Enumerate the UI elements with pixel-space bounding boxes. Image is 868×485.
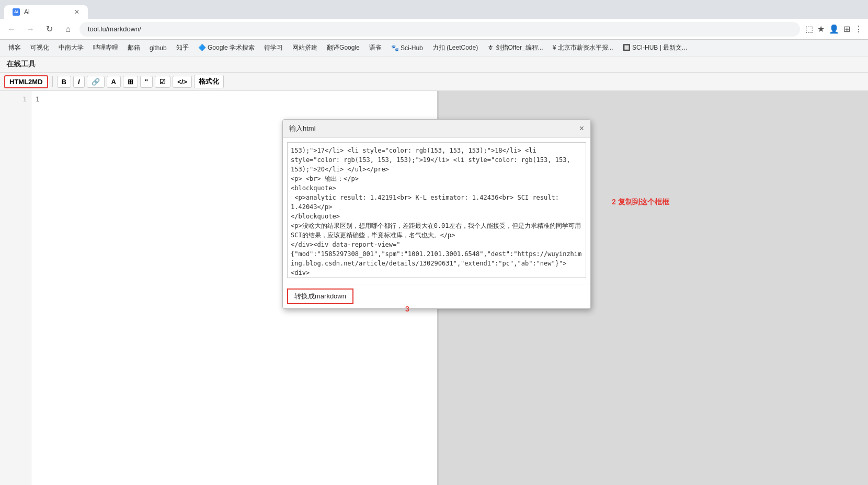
bookmark-google-scholar[interactable]: 🔷 Google 学术搜索	[194, 42, 259, 53]
bookmark-网站搭建[interactable]: 网站搭建	[288, 42, 322, 53]
refresh-button[interactable]: ↻	[42, 22, 56, 37]
modal-dialog: 输入html × 153);">17</li> <li style="color…	[282, 119, 591, 309]
bookmark-语雀[interactable]: 语雀	[365, 42, 386, 53]
bookmark-翻译google[interactable]: 翻译Google	[323, 42, 364, 53]
html-input-textarea[interactable]: 153);">17</li> <li style="color: rgb(153…	[287, 142, 586, 278]
bookmark-待学习[interactable]: 待学习	[260, 42, 287, 53]
bookmark-博客[interactable]: 博客	[4, 42, 25, 53]
tab-label: Ai	[24, 8, 30, 16]
bookmarks-bar: 博客 可视化 中南大学 哔哩哔哩 邮箱 github 知乎 🔷 Google 学…	[0, 40, 868, 56]
convert-markdown-button[interactable]: 转换成markdown	[287, 288, 353, 304]
annotation-step3: 3	[405, 305, 409, 313]
bookmark-邮箱[interactable]: 邮箱	[123, 42, 144, 53]
modal-close-button[interactable]: ×	[579, 124, 584, 133]
address-actions: ⬚ ★ 👤 ⊞ ⋮	[804, 23, 864, 35]
modal-footer: 转换成markdown	[283, 284, 590, 308]
page-area: 在线工具 HTML2MD B I 🔗 A ⊞ " ☑ </> 格式化 1 1	[0, 56, 868, 485]
tab-close-btn[interactable]: ✕	[74, 8, 79, 16]
browser-window: Ai Ai ✕ ← → ↻ ⌂ ⬚ ★ 👤 ⊞ ⋮ 博客 可视化 中南大学 哔哩…	[0, 0, 868, 485]
convert-output-input[interactable]	[358, 293, 586, 301]
forward-button[interactable]: →	[23, 22, 38, 37]
menu-icon[interactable]: ⋮	[853, 23, 864, 35]
annotation-step2: 2 复制到这个框框	[612, 198, 669, 207]
bookmark-中南大学[interactable]: 中南大学	[54, 42, 88, 53]
bookmark-salary[interactable]: ¥ 北京市薪资水平报...	[549, 42, 618, 53]
address-bar: ← → ↻ ⌂ ⬚ ★ 👤 ⊞ ⋮	[0, 19, 868, 40]
bookmark-leetcode[interactable]: 力扣 (LeetCode)	[428, 42, 482, 53]
bookmark-jianzhioffer[interactable]: 🗡 剑指Offer_编程...	[483, 42, 547, 53]
bookmark-可视化[interactable]: 可视化	[26, 42, 53, 53]
back-button[interactable]: ←	[4, 22, 19, 37]
tab-favicon: Ai	[13, 8, 20, 16]
extension-icon[interactable]: ⊞	[842, 23, 851, 35]
modal-body: 153);">17</li> <li style="color: rgb(153…	[283, 138, 590, 284]
modal-header: 输入html ×	[283, 120, 590, 138]
active-tab[interactable]: Ai Ai ✕	[4, 5, 88, 19]
bookmark-知乎[interactable]: 知乎	[172, 42, 193, 53]
cast-icon[interactable]: ⬚	[804, 23, 814, 35]
bookmark-哔哩哔哩[interactable]: 哔哩哔哩	[89, 42, 122, 53]
tab-bar: Ai Ai ✕	[0, 0, 868, 19]
profile-icon[interactable]: 👤	[828, 23, 840, 35]
bookmark-scihub2[interactable]: 🔲 SCI-HUB | 最新文...	[619, 42, 691, 53]
bookmark-github[interactable]: github	[145, 43, 171, 53]
bookmark-star-icon[interactable]: ★	[816, 23, 826, 35]
home-button[interactable]: ⌂	[61, 22, 75, 37]
bookmark-scihub[interactable]: 🐾 Sci-Hub	[387, 43, 427, 53]
modal-title: 输入html	[289, 124, 316, 133]
modal-overlay: 输入html × 153);">17</li> <li style="color…	[0, 56, 868, 485]
address-input[interactable]	[79, 22, 800, 37]
